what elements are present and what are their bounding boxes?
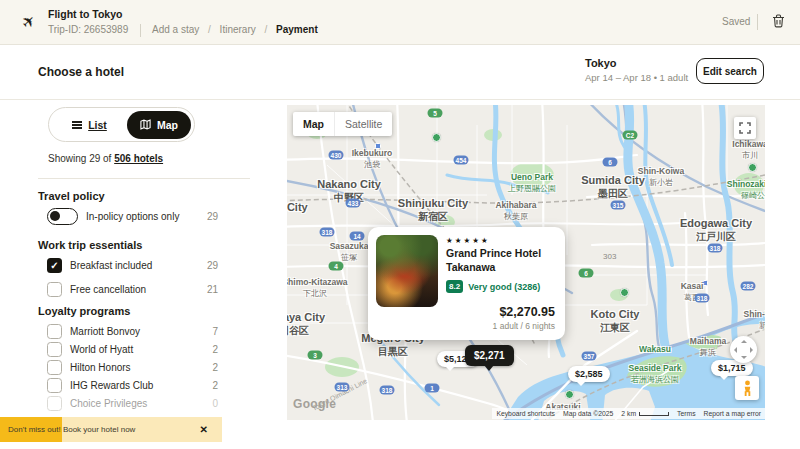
park-poi-icon [620, 288, 629, 297]
pan-control[interactable] [730, 336, 757, 363]
route-shield: 433 [346, 199, 361, 208]
close-icon[interactable]: ✕ [200, 417, 208, 442]
hotel-price-note: 1 adult / 6 nights [493, 321, 555, 331]
header-divider [140, 24, 141, 37]
list-icon [72, 121, 82, 123]
route-shield: 1 [425, 384, 440, 393]
map-label: Suginami City杉並区 [287, 196, 308, 227]
breadcrumb-add-a-stay[interactable]: Add a stay [152, 24, 199, 35]
filter-count: 29 [207, 260, 218, 271]
free-cancellation-checkbox[interactable] [47, 282, 62, 297]
promo-banner: Don't miss out! Book your hotel now ✕ [0, 417, 222, 442]
route-shield: 315 [611, 201, 626, 210]
results-count-link[interactable]: 506 hotels [114, 153, 163, 164]
map-scale: 2 km [617, 408, 673, 419]
list-view-button[interactable]: List [52, 119, 127, 131]
marriott-checkbox[interactable] [47, 324, 62, 339]
header-divider [757, 14, 758, 30]
map-label: Edogawa City江戸川区 [680, 212, 752, 243]
filter-count: 29 [207, 211, 218, 222]
travel-policy-heading: Travel policy [38, 190, 105, 202]
map-type-map[interactable]: Map [293, 112, 334, 136]
route-shield: 4 [329, 262, 344, 271]
rating-badge: 8.2 [446, 280, 463, 293]
ihg-checkbox[interactable] [47, 378, 62, 393]
keyboard-shortcuts-link[interactable]: Keyboard shortcuts [492, 408, 559, 419]
map-label: Akihabara秋葉原 [495, 193, 536, 222]
price-marker[interactable]: $2,585 [568, 366, 610, 382]
hilton-checkbox[interactable] [47, 360, 62, 375]
fullscreen-button[interactable] [734, 117, 756, 139]
breadcrumb-itinerary[interactable]: Itinerary [220, 24, 256, 35]
map-label: Shimo-Kitazawa下北沢 [287, 270, 348, 299]
route-shield: 318 [695, 294, 710, 303]
map-label: Ueno Park上野恩賜公園 [508, 165, 556, 194]
hotel-card[interactable]: ★★★★★ Grand Prince Hotel Takanawa 8.2 Ve… [368, 227, 565, 340]
filter-count: 2 [212, 362, 218, 373]
road-number-label: 303 [603, 252, 616, 261]
sidebar-divider [38, 178, 250, 179]
route-shield: 318 [320, 228, 335, 237]
map-label: Wakasu Seaside Park若洲海浜公園 [622, 337, 688, 385]
filter-row-choice: Choice Privileges 0 [47, 395, 218, 411]
filter-count: 7 [212, 326, 218, 337]
map-label: Setagaya City世田谷区 [287, 306, 325, 337]
page-subheader: Choose a hotel Tokyo Apr 14 – Apr 18 • 1… [0, 45, 800, 100]
map-label: Shinjuku City新宿区 [398, 192, 468, 223]
filter-count: 21 [207, 284, 218, 295]
breakfast-checkbox[interactable]: ✓ [47, 258, 62, 273]
breadcrumb: Add a stay / Itinerary / Payment [152, 24, 324, 35]
price-marker-selected[interactable]: $2,271 [465, 345, 514, 366]
route-shield: 3 [308, 351, 323, 360]
toggle-knob [50, 211, 60, 221]
breadcrumb-payment[interactable]: Payment [276, 24, 318, 35]
route-shield: 318 [708, 244, 723, 253]
loyalty-heading: Loyalty programs [38, 305, 130, 317]
map-canvas[interactable]: Ikebukuro池袋 Nakano City中野区 Shinjuku City… [287, 105, 765, 420]
filter-count: 2 [212, 344, 218, 355]
route-shield: 454 [454, 156, 469, 165]
map-label: Ikebukuro池袋 [352, 141, 393, 170]
route-shield: 14 [350, 232, 365, 241]
filter-row-breakfast: ✓ Breakfast included 29 [47, 257, 218, 273]
filter-row-free-cancellation: Free cancellation 21 [47, 281, 218, 297]
terms-link[interactable]: Terms [673, 408, 700, 419]
hotel-price-block: $2,270.95 1 adult / 6 nights [493, 305, 555, 331]
filter-count: 0 [212, 398, 218, 409]
map-label: Koto City江東区 [591, 303, 640, 334]
route-shield: 6 [603, 158, 618, 167]
hotel-rating: 8.2 Very good (3286) [446, 280, 557, 293]
google-logo[interactable]: Google [293, 397, 336, 411]
map-view-button[interactable]: Map [127, 111, 191, 139]
scale-bar [639, 412, 669, 416]
hotel-photo [376, 235, 438, 307]
hotel-price: $2,270.95 [493, 305, 555, 319]
filter-row-hyatt: World of Hyatt 2 [47, 341, 218, 357]
map-label: Maihama舞浜 [690, 329, 726, 358]
map-type-control: Map Satellite [293, 112, 392, 136]
report-map-error-link[interactable]: Report a map error [700, 408, 765, 419]
airplane-icon: ✈ [17, 10, 40, 33]
pegman-streetview[interactable] [735, 376, 759, 400]
map-icon [140, 119, 151, 130]
choice-checkbox[interactable] [47, 396, 62, 411]
map-attribution: Keyboard shortcuts Map data ©2025 2 km T… [492, 408, 765, 419]
map-type-satellite[interactable]: Satellite [334, 112, 392, 136]
in-policy-toggle[interactable] [47, 208, 78, 225]
essentials-heading: Work trip essentials [38, 239, 142, 251]
banner-text: Don't miss out! Book your hotel now [8, 417, 135, 442]
filter-row-ihg: IHG Rewards Club 2 [47, 377, 218, 393]
results-summary: Showing 29 of 506 hotels [48, 153, 163, 164]
hyatt-checkbox[interactable] [47, 342, 62, 357]
hotel-name: Grand Prince Hotel Takanawa [446, 247, 557, 274]
park-poi-icon [432, 133, 441, 142]
edit-search-button[interactable]: Edit search [696, 58, 764, 84]
map-label: Shinozaki Park篠崎公園 [727, 172, 765, 201]
route-shield: 318 [380, 386, 395, 395]
route-shield: 282 [741, 282, 756, 291]
trash-icon[interactable] [772, 14, 785, 32]
pegman-icon [741, 380, 754, 397]
travel-booking-app: ✈ Flight to Tokyo Trip-ID: 26653989 Add … [0, 0, 800, 449]
map-data-label: Map data ©2025 [559, 408, 617, 419]
page-title: Choose a hotel [38, 65, 124, 79]
